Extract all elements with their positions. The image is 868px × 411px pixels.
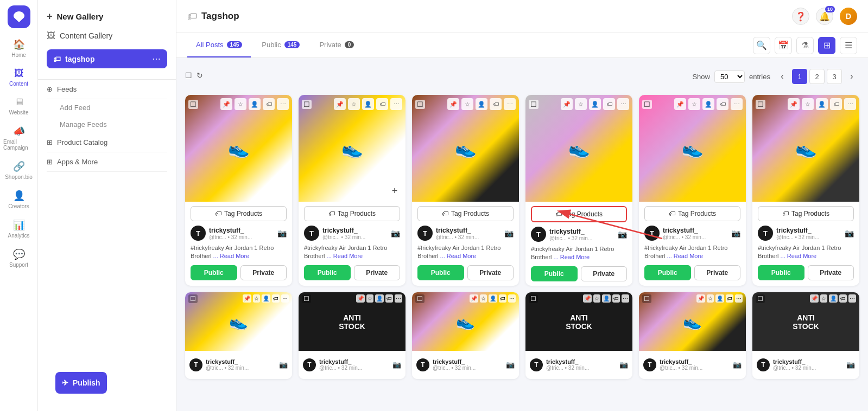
sidebar-item-email-campaign[interactable]: 📣 Email Campaign xyxy=(0,121,37,155)
star-icon-3[interactable]: ☆ xyxy=(461,98,473,110)
pin-icon-6[interactable]: 📌 xyxy=(788,98,800,110)
bottom-tag-1[interactable]: 🏷 xyxy=(272,294,280,303)
tab-all-posts[interactable]: All Posts 145 xyxy=(187,33,251,57)
bottom-person-6[interactable]: 👤 xyxy=(829,294,838,303)
private-btn-3[interactable]: Private xyxy=(467,265,514,280)
bottom-person-5[interactable]: 👤 xyxy=(715,294,724,303)
tag-icon-6[interactable]: 🏷 xyxy=(830,98,842,110)
tag-icon-4[interactable]: 🏷 xyxy=(603,98,615,110)
sidebar-item-content[interactable]: 🖼 Content xyxy=(0,63,37,91)
add-feed-item[interactable]: Add Feed xyxy=(47,99,167,116)
refresh-icon[interactable]: ↻ xyxy=(197,71,203,80)
bottom-checkbox-1[interactable]: ☐ xyxy=(188,294,198,303)
more-icon-5[interactable]: ⋯ xyxy=(731,98,743,110)
sidebar-item-home[interactable]: 🏠 Home xyxy=(0,34,37,62)
star-icon-5[interactable]: ☆ xyxy=(688,98,700,110)
next-page-button[interactable]: › xyxy=(844,69,859,84)
sidebar-item-support[interactable]: 💬 Support xyxy=(0,244,37,272)
bottom-pin-1[interactable]: 📌 xyxy=(243,294,251,303)
tab-private[interactable]: Private 0 xyxy=(311,33,363,57)
more-icon-3[interactable]: ⋯ xyxy=(504,98,516,110)
public-btn-4[interactable]: Public xyxy=(531,266,578,281)
tag-products-btn-4[interactable]: 🏷 Tag Products xyxy=(531,206,627,222)
more-icon-6[interactable]: ⋯ xyxy=(844,98,856,110)
person-icon-2[interactable]: 👤 xyxy=(362,98,374,110)
tag-products-btn-5[interactable]: 🏷 Tag Products xyxy=(644,206,740,221)
bottom-star-1[interactable]: ☆ xyxy=(253,294,260,303)
bottom-pin-4[interactable]: 📌 xyxy=(583,294,592,303)
page-3-button[interactable]: 3 xyxy=(827,69,842,84)
bottom-more-1[interactable]: ⋯ xyxy=(281,294,289,303)
bottom-checkbox-4[interactable]: ☐ xyxy=(529,294,538,303)
sidebar-item-creators[interactable]: 👤 Creators xyxy=(0,185,37,214)
bottom-more-2[interactable]: ⋯ xyxy=(395,294,402,303)
star-icon-1[interactable]: ☆ xyxy=(235,98,246,110)
help-button[interactable]: ❓ xyxy=(792,8,809,25)
person-icon-5[interactable]: 👤 xyxy=(702,98,714,110)
sidebar-item-analytics[interactable]: 📊 Analytics xyxy=(0,215,37,243)
select-all-checkbox[interactable]: ☐ xyxy=(185,71,192,80)
pin-icon-4[interactable]: 📌 xyxy=(561,98,573,110)
bottom-pin-2[interactable]: 📌 xyxy=(356,294,365,303)
card-add-btn-2[interactable]: + xyxy=(387,183,402,198)
product-catalog-item[interactable]: ⊞ Product Catalog xyxy=(47,133,167,152)
read-more-2[interactable]: ... Read More xyxy=(327,253,363,259)
public-btn-6[interactable]: Public xyxy=(758,265,804,280)
card-checkbox-1[interactable]: ☐ xyxy=(188,100,198,109)
bottom-star-5[interactable]: ☆ xyxy=(707,294,714,303)
tag-products-btn-3[interactable]: 🏷 Tag Products xyxy=(417,206,514,221)
read-more-1[interactable]: ... Read More xyxy=(213,253,250,259)
card-checkbox-3[interactable]: ☐ xyxy=(415,100,425,109)
card-checkbox-6[interactable]: ☐ xyxy=(756,100,765,109)
bottom-pin-3[interactable]: 📌 xyxy=(470,294,478,303)
tag-icon-1[interactable]: 🏷 xyxy=(263,98,275,110)
private-btn-4[interactable]: Private xyxy=(581,266,628,281)
filter-button[interactable]: ⚗ xyxy=(796,37,814,54)
search-button[interactable]: 🔍 xyxy=(753,37,770,54)
sidebar-item-website[interactable]: 🖥 Website xyxy=(0,92,37,120)
per-page-select[interactable]: 50 25 100 xyxy=(714,70,745,83)
card-checkbox-5[interactable]: ☐ xyxy=(642,100,652,109)
pin-icon-2[interactable]: 📌 xyxy=(334,98,346,110)
read-more-6[interactable]: ... Read More xyxy=(781,253,817,259)
bottom-star-6[interactable]: ☆ xyxy=(820,294,827,303)
bottom-checkbox-6[interactable]: ☐ xyxy=(756,294,765,303)
list-view-button[interactable]: ☰ xyxy=(840,37,857,54)
publish-button[interactable]: ✈ Publish xyxy=(55,372,107,394)
person-icon-4[interactable]: 👤 xyxy=(589,98,601,110)
read-more-5[interactable]: ... Read More xyxy=(667,253,704,259)
tag-icon-3[interactable]: 🏷 xyxy=(490,98,502,110)
notification-button[interactable]: 🔔 10 xyxy=(816,8,833,25)
pin-icon-1[interactable]: 📌 xyxy=(220,98,232,110)
bottom-checkbox-5[interactable]: ☐ xyxy=(642,294,651,303)
pin-icon-5[interactable]: 📌 xyxy=(674,98,686,110)
bottom-tag-5[interactable]: 🏷 xyxy=(726,294,733,303)
tagshop-menu-icon[interactable]: ⋯ xyxy=(152,54,161,64)
app-logo[interactable] xyxy=(8,5,30,28)
more-icon-4[interactable]: ⋯ xyxy=(617,98,629,110)
apps-more-item[interactable]: ⊞ Apps & More xyxy=(47,152,167,172)
tag-icon-5[interactable]: 🏷 xyxy=(717,98,728,110)
page-1-button[interactable]: 1 xyxy=(792,69,807,84)
bottom-person-1[interactable]: 👤 xyxy=(262,294,270,303)
public-btn-5[interactable]: Public xyxy=(644,265,691,280)
bottom-more-3[interactable]: ⋯ xyxy=(508,294,516,303)
public-btn-1[interactable]: Public xyxy=(191,265,237,280)
bottom-star-2[interactable]: ☆ xyxy=(366,294,373,303)
bottom-more-6[interactable]: ⋯ xyxy=(848,294,856,303)
manage-feeds-item[interactable]: Manage Feeds xyxy=(47,116,167,133)
bottom-person-2[interactable]: 👤 xyxy=(375,294,384,303)
private-btn-5[interactable]: Private xyxy=(694,265,741,280)
bottom-pin-5[interactable]: 📌 xyxy=(696,294,705,303)
calendar-button[interactable]: 📅 xyxy=(775,37,792,54)
private-btn-2[interactable]: Private xyxy=(354,265,401,280)
tag-products-btn-6[interactable]: 🏷 Tag Products xyxy=(758,206,854,221)
bottom-person-3[interactable]: 👤 xyxy=(489,294,497,303)
card-checkbox-4[interactable]: ☐ xyxy=(529,100,538,109)
feeds-item[interactable]: ⊕ Feeds xyxy=(47,80,167,99)
bottom-more-4[interactable]: ⋯ xyxy=(622,294,629,303)
tagshop-item[interactable]: 🏷 tagshop ⋯ xyxy=(47,49,167,68)
person-icon-6[interactable]: 👤 xyxy=(816,98,828,110)
bottom-tag-2[interactable]: 🏷 xyxy=(385,294,393,303)
bottom-star-3[interactable]: ☆ xyxy=(480,294,487,303)
